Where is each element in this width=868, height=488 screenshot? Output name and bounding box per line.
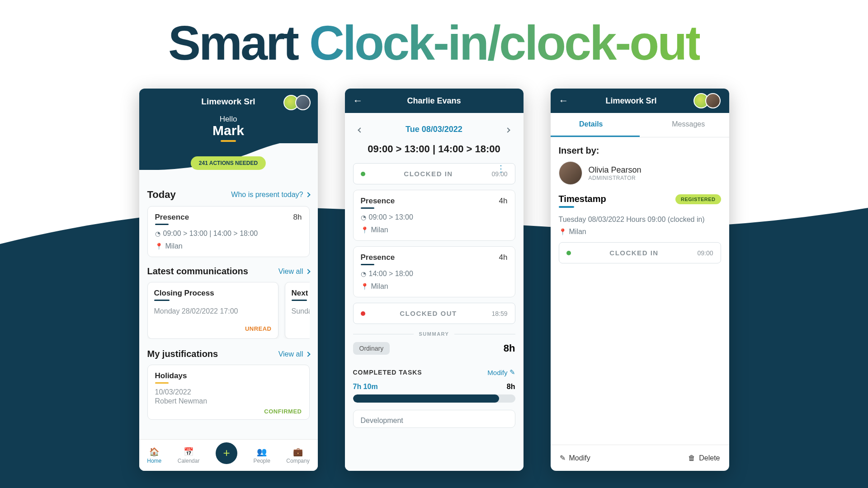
- chevron-left-icon: [358, 127, 363, 132]
- chevron-right-icon: [305, 192, 310, 197]
- greeting-label: Hello: [139, 115, 318, 124]
- timesheet-body: Tue 08/03/2022 09:00 > 13:00 | 14:00 > 1…: [345, 113, 524, 471]
- comm-unread-badge: UNREAD: [154, 325, 272, 332]
- detail-body: Insert by: Olivia Pearson ADMINISTRATOR …: [551, 137, 729, 291]
- clockin-row[interactable]: CLOCKED IN 09:00: [353, 163, 515, 184]
- back-button[interactable]: ←: [353, 95, 363, 107]
- delete-button[interactable]: 🗑Delete: [688, 454, 720, 462]
- pencil-icon: ✎: [560, 454, 566, 462]
- clockin-label: CLOCKED IN: [571, 249, 698, 257]
- comm-card[interactable]: Closing Process Monday 28/02/2022 17:00 …: [147, 282, 278, 339]
- prev-day-button[interactable]: [355, 123, 366, 136]
- nav-add-button[interactable]: +: [216, 442, 237, 464]
- trash-icon: 🗑: [688, 454, 695, 462]
- presence-times: 09:00 > 13:00 | 14:00 > 18:00: [163, 230, 258, 238]
- present-today-link[interactable]: Who is present today?: [231, 191, 309, 199]
- just-title: Holidays: [155, 371, 302, 380]
- nav-people[interactable]: 👥People: [253, 447, 270, 464]
- next-day-button[interactable]: [502, 123, 513, 136]
- presence-label: Presence: [155, 213, 189, 222]
- comm-view-all-link[interactable]: View all: [278, 267, 310, 276]
- user-avatar: [295, 95, 311, 110]
- pin-icon: 📍: [361, 226, 368, 234]
- progress-fill: [353, 394, 499, 403]
- presence-card[interactable]: Presence8h ◔09:00 > 13:00 | 14:00 > 18:0…: [147, 206, 310, 257]
- phone-detail: ← Limework Srl Details Messages Insert b…: [551, 89, 729, 471]
- development-card[interactable]: Development: [353, 410, 515, 428]
- just-status-badge: CONFIRMED: [155, 408, 302, 415]
- ordinary-pill: Ordinary: [353, 342, 390, 355]
- clock-icon: ◔: [361, 270, 366, 277]
- status-dot-green: [566, 251, 571, 255]
- progress-done: 7h 10m: [353, 383, 378, 391]
- clockin-label: CLOCKED IN: [365, 170, 492, 178]
- tab-messages[interactable]: Messages: [640, 113, 729, 137]
- today-heading: Today: [147, 189, 176, 201]
- bottom-nav: 🏠Home 📅Calendar + 👥People 💼Company: [139, 439, 318, 471]
- just-owner: Robert Newman: [155, 397, 302, 405]
- clockin-row[interactable]: CLOCKED IN 09:00: [559, 242, 721, 263]
- timestamp-heading: Timestamp: [559, 194, 606, 204]
- summary-divider: SUMMARY: [353, 331, 515, 337]
- progress-bar: [353, 394, 515, 403]
- pin-icon: 📍: [155, 243, 163, 250]
- presence-city: Milan: [165, 242, 183, 250]
- time-range-label: 09:00 > 13:00 | 14:00 > 18:00: [368, 143, 500, 155]
- communications-list: Closing Process Monday 28/02/2022 17:00 …: [147, 282, 310, 339]
- nav-calendar[interactable]: 📅Calendar: [178, 447, 200, 464]
- justification-card[interactable]: Holidays 10/03/2022 Robert Newman CONFIR…: [147, 365, 310, 420]
- just-date: 10/03/2022: [155, 388, 302, 396]
- phone-home: Limework Srl Hello Mark 241 ACTIONS NEED…: [139, 89, 318, 471]
- avatar-group[interactable]: [283, 95, 311, 110]
- status-dot-green: [361, 172, 365, 176]
- comm-title: Next is: [292, 289, 310, 298]
- presence-card-pm[interactable]: Presence4h ◔14:00 > 18:00 📍Milan: [353, 246, 515, 297]
- phone-timesheet: ← Charlie Evans Tue 08/03/2022 09:00 > 1…: [345, 89, 524, 471]
- timesheet-header: ← Charlie Evans: [345, 89, 524, 113]
- timestamp-city: Milan: [569, 228, 586, 236]
- modify-tasks-button[interactable]: Modify✎: [487, 368, 515, 376]
- comm-card[interactable]: Next is Sunda: [285, 282, 310, 339]
- pin-icon: 📍: [559, 228, 566, 235]
- more-menu-button[interactable]: ⋮: [496, 163, 505, 174]
- presence-hours: 8h: [293, 213, 302, 222]
- clock-icon: ◔: [155, 230, 160, 237]
- chevron-right-icon: [305, 352, 310, 357]
- clockin-time: 09:00: [697, 249, 713, 257]
- chevron-right-icon: [305, 269, 310, 274]
- home-body: Today Who is present today? Presence8h ◔…: [139, 170, 318, 439]
- avatar-group[interactable]: [693, 93, 721, 108]
- just-view-all-link[interactable]: View all: [278, 350, 310, 358]
- date-label[interactable]: Tue 08/03/2022: [406, 125, 462, 134]
- timestamp-text: Tuesday 08/03/2022 Hours 09:00 (clocked …: [559, 214, 721, 225]
- justifications-heading: My justifications: [147, 349, 218, 359]
- actions-needed-badge[interactable]: 241 ACTIONS NEEDED: [191, 156, 266, 170]
- presence-label: Presence: [361, 253, 395, 262]
- calendar-icon: 📅: [184, 447, 193, 457]
- inserter-avatar: [559, 161, 582, 185]
- insert-by-heading: Insert by:: [559, 145, 721, 156]
- title-suffix: Clock-in/clock-out: [309, 15, 700, 70]
- inserter-name: Olivia Pearson: [589, 165, 642, 175]
- tab-details[interactable]: Details: [551, 113, 640, 137]
- nav-home[interactable]: 🏠Home: [147, 447, 161, 464]
- presence-hours: 4h: [499, 253, 508, 262]
- progress-total: 8h: [507, 383, 515, 391]
- presence-card-am[interactable]: Presence4h ◔09:00 > 13:00 📍Milan: [353, 190, 515, 241]
- modify-button[interactable]: ✎Modify: [560, 454, 590, 462]
- detail-footer: ✎Modify 🗑Delete: [551, 445, 729, 471]
- clockout-row[interactable]: CLOCKED OUT 18:59: [353, 303, 515, 324]
- back-button[interactable]: ←: [559, 95, 569, 107]
- briefcase-icon: 💼: [293, 447, 303, 457]
- nav-company[interactable]: 💼Company: [286, 447, 309, 464]
- inserter-row[interactable]: Olivia Pearson ADMINISTRATOR: [559, 161, 721, 185]
- clockout-time: 18:59: [491, 310, 507, 317]
- clockout-label: CLOCKED OUT: [365, 310, 492, 317]
- registered-badge: REGISTERED: [675, 194, 721, 204]
- detail-header: ← Limework Srl: [551, 89, 729, 113]
- presence-label: Presence: [361, 197, 395, 206]
- people-icon: 👥: [257, 447, 267, 457]
- ordinary-value: 8h: [504, 343, 515, 354]
- user-name: Mark: [139, 123, 318, 138]
- home-icon: 🏠: [149, 447, 159, 457]
